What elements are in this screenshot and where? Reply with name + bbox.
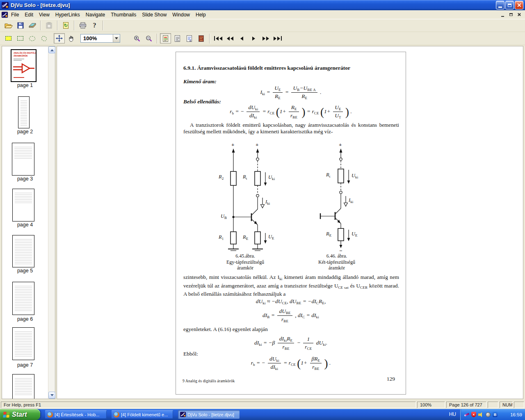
thumbnail-page-2[interactable]: [18, 96, 30, 128]
last-page-button[interactable]: [272, 33, 283, 43]
paste-button[interactable]: [43, 21, 55, 31]
toolbar-separator: [209, 34, 210, 43]
document-view[interactable]: 6.9.1. Áramvisszacsatolású földelt emitt…: [57, 46, 523, 399]
menu-view[interactable]: View: [36, 11, 52, 19]
close-button[interactable]: [515, 1, 523, 9]
menu-slideshow[interactable]: Slide Show: [139, 11, 169, 19]
taskbar-item-firefox-1[interactable]: [4] Értesítések - Hob...: [45, 410, 107, 419]
djvu-app-icon[interactable]: [2, 2, 9, 9]
menu-hyperlinks[interactable]: HyperLinks: [52, 11, 83, 19]
status-zoom: 100%: [417, 402, 445, 408]
formula-text: .: [320, 89, 321, 95]
security-shield-icon[interactable]: ×: [471, 412, 476, 417]
open-folder-icon: [5, 22, 13, 29]
toolbar-separator: [40, 21, 41, 30]
fraction: dIkiRErBE: [278, 336, 294, 351]
restore-icon: [509, 13, 513, 16]
language-indicator[interactable]: HU: [449, 411, 456, 417]
prev-page-button[interactable]: [236, 33, 247, 43]
document-page[interactable]: 6.9.1. Áramvisszacsatolású földelt emitt…: [176, 52, 406, 395]
help-button[interactable]: ?: [89, 21, 100, 31]
page-text-preview: [15, 238, 32, 265]
menu-file[interactable]: File: [8, 11, 22, 19]
mode-color-button[interactable]: [160, 33, 171, 43]
desktop: DjVu Solo - [tietze.djvu] File Edit View…: [0, 0, 525, 420]
minimize-button[interactable]: [496, 1, 504, 9]
fraction: dUBErBE: [277, 308, 292, 323]
thumbnail-page-5[interactable]: [12, 235, 34, 267]
thumbnails-scrollbar[interactable]: [48, 46, 55, 399]
hand-tool-button[interactable]: [66, 33, 77, 43]
menu-window[interactable]: Window: [169, 11, 193, 19]
thumbnail-page-8-partial[interactable]: [12, 374, 34, 399]
pen-icon[interactable]: [464, 412, 469, 417]
start-label: Start: [12, 411, 27, 418]
status-empty-panel: [488, 402, 498, 408]
taskbar-item-djvu-active[interactable]: DjVu Solo - [tietze.djvu]: [178, 410, 240, 419]
zoom-dropdown-button[interactable]: [113, 34, 120, 42]
ue-label: UE: [352, 231, 358, 237]
next-page-button[interactable]: [248, 33, 259, 43]
plus-label: +: [256, 142, 258, 148]
scroll-down-button[interactable]: [48, 392, 55, 399]
chevron-down-icon: [115, 37, 118, 41]
first-page-button[interactable]: [212, 33, 224, 43]
toolbar-separator: [74, 21, 75, 30]
status-help-text: For Help, press F1: [1, 402, 416, 408]
taskbar-item-firefox-2[interactable]: [4] Földelt kimenetű e...: [112, 410, 173, 419]
scan-button[interactable]: [27, 21, 38, 31]
mode-background-button[interactable]: [196, 33, 207, 43]
prev-fast-button[interactable]: [224, 33, 235, 43]
printer-icon: [79, 22, 87, 29]
window-title: DjVu Solo - [tietze.djvu]: [11, 2, 70, 8]
menu-navigate[interactable]: Navigate: [83, 11, 108, 19]
resistor-rt-label: Rt: [243, 174, 247, 180]
next-fast-button[interactable]: [260, 33, 271, 43]
pan-tool-button[interactable]: [54, 33, 65, 43]
select-rect-button[interactable]: [15, 33, 26, 43]
ue-label: UE: [268, 234, 274, 240]
thumbnail-page-4[interactable]: [12, 189, 34, 221]
select-polygon-button[interactable]: [39, 33, 50, 43]
fast-forward-icon: [262, 35, 269, 42]
refresh-page-button[interactable]: ↻: [60, 21, 71, 31]
menu-thumbnails[interactable]: Thumbnails: [108, 11, 139, 19]
bluetooth-icon[interactable]: B: [493, 412, 498, 417]
dialup-icon[interactable]: [486, 412, 491, 417]
formula-rb: rb = − dUkidIki = rCE (1+ βRErBE ) .: [176, 356, 406, 371]
zoom-out-button[interactable]: [143, 33, 154, 43]
save-button[interactable]: [15, 21, 26, 31]
document-icon[interactable]: [2, 11, 8, 17]
select-ellipse-button[interactable]: [27, 33, 38, 43]
menu-edit[interactable]: Edit: [22, 11, 36, 19]
open-button[interactable]: [3, 21, 14, 31]
volume-icon[interactable]: [478, 412, 484, 417]
thumbnail-page-6[interactable]: [12, 282, 34, 315]
restore-button[interactable]: [505, 1, 514, 9]
select-rect-filled-button[interactable]: [3, 33, 14, 43]
page-text-preview: [21, 99, 27, 126]
scroll-up-button[interactable]: [48, 46, 55, 53]
thumbnail-page-3[interactable]: [12, 143, 34, 176]
menu-help[interactable]: Help: [193, 11, 209, 19]
mode-bw-button[interactable]: [172, 33, 183, 43]
plus-label: +: [339, 142, 342, 148]
zoom-out-icon: [146, 35, 152, 42]
mdi-minimize-button[interactable]: [499, 11, 506, 18]
mdi-close-button[interactable]: [516, 11, 523, 18]
zoom-in-button[interactable]: [131, 33, 142, 43]
paren: ): [302, 106, 306, 118]
mdi-restore-button[interactable]: [507, 11, 514, 18]
paragraph-1: A tranzisztorok földelt emitterű kapcsol…: [183, 122, 399, 135]
resistor-r1-label: R1: [219, 234, 224, 241]
mode-foreground-button[interactable]: [184, 33, 195, 43]
minimize-icon: [498, 7, 502, 8]
page-text-preview: [14, 146, 32, 159]
start-button[interactable]: Start: [0, 409, 40, 420]
select-rect-filled-icon: [5, 36, 11, 41]
thumbnail-page-7[interactable]: [12, 327, 34, 360]
print-button[interactable]: [77, 21, 88, 31]
thumbnail-page-1[interactable]: ANALÓG ÉS DIGITÁLIS ÁRAMKÖRÖK: [11, 49, 37, 82]
zoom-combobox[interactable]: 100%: [80, 34, 120, 43]
page-text-preview: [15, 192, 32, 203]
